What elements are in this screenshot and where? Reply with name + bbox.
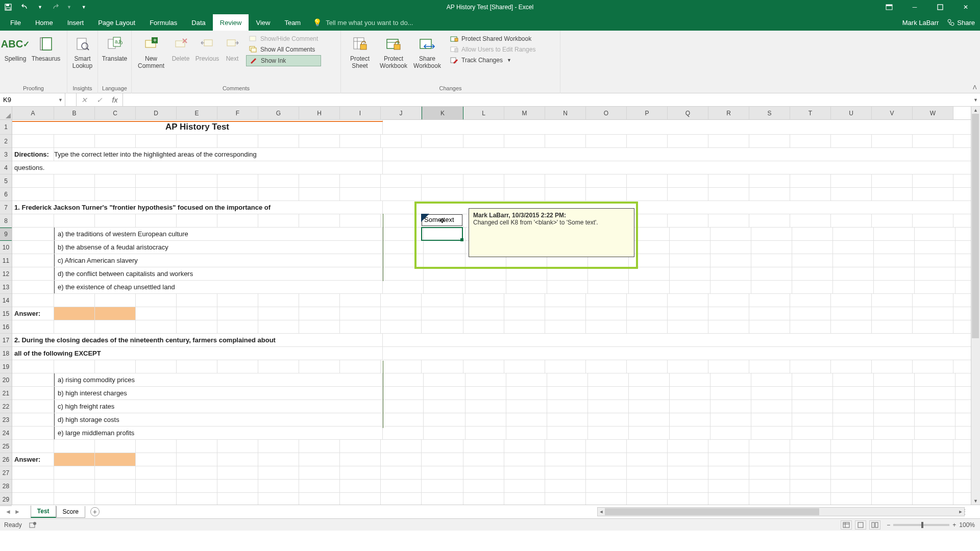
protect-workbook-button[interactable]: Protect Workbook bbox=[377, 34, 410, 69]
cell[interactable] bbox=[422, 320, 463, 333]
cell[interactable] bbox=[95, 480, 136, 492]
cell[interactable] bbox=[12, 174, 54, 187]
cell[interactable] bbox=[627, 174, 668, 187]
cell[interactable] bbox=[504, 480, 545, 492]
column-header[interactable]: D bbox=[136, 107, 177, 119]
cell[interactable] bbox=[831, 294, 872, 307]
column-header[interactable]: M bbox=[504, 107, 545, 119]
cell[interactable] bbox=[668, 188, 708, 201]
select-all-button[interactable] bbox=[0, 107, 12, 120]
cell[interactable] bbox=[506, 427, 547, 439]
cell[interactable] bbox=[831, 135, 872, 147]
cell[interactable] bbox=[381, 493, 422, 505]
cell[interactable] bbox=[627, 135, 668, 147]
cell[interactable] bbox=[54, 440, 95, 453]
cell[interactable] bbox=[504, 294, 545, 307]
cell[interactable] bbox=[629, 267, 670, 280]
row-header[interactable]: 7 bbox=[0, 201, 12, 214]
column-header[interactable]: B bbox=[54, 107, 95, 119]
cell[interactable] bbox=[915, 281, 955, 293]
cell[interactable] bbox=[383, 267, 424, 280]
cell[interactable] bbox=[874, 254, 915, 267]
cell[interactable] bbox=[627, 493, 668, 505]
column-header[interactable]: K bbox=[422, 107, 463, 119]
cell[interactable] bbox=[790, 294, 831, 307]
cell[interactable] bbox=[629, 281, 670, 293]
column-header[interactable]: A bbox=[12, 107, 54, 119]
cell[interactable] bbox=[833, 400, 874, 413]
cell[interactable] bbox=[627, 440, 668, 453]
cell[interactable] bbox=[217, 440, 258, 453]
cell[interactable] bbox=[422, 307, 463, 320]
cell[interactable]: e) large middleman profits bbox=[54, 427, 383, 439]
tell-me-search[interactable]: 💡 Tell me what you want to do... bbox=[313, 18, 413, 27]
cell[interactable] bbox=[136, 294, 177, 307]
cell[interactable] bbox=[463, 294, 504, 307]
cell[interactable] bbox=[915, 413, 955, 426]
cell[interactable] bbox=[383, 427, 424, 439]
cell[interactable] bbox=[12, 466, 54, 479]
cell[interactable] bbox=[833, 427, 874, 439]
column-header[interactable]: N bbox=[545, 107, 586, 119]
cell[interactable] bbox=[586, 493, 627, 505]
tab-view[interactable]: View bbox=[249, 14, 277, 31]
cell[interactable] bbox=[627, 480, 668, 492]
cell[interactable] bbox=[545, 174, 586, 187]
cell[interactable] bbox=[710, 281, 751, 293]
cell[interactable] bbox=[299, 294, 340, 307]
cell[interactable] bbox=[668, 214, 708, 227]
cell[interactable] bbox=[915, 267, 955, 280]
cell[interactable] bbox=[668, 174, 708, 187]
cell[interactable] bbox=[463, 135, 504, 147]
cell[interactable] bbox=[424, 241, 465, 254]
row-header[interactable]: 13 bbox=[0, 281, 12, 294]
cell[interactable] bbox=[751, 373, 792, 386]
column-header[interactable]: E bbox=[177, 107, 217, 119]
cell[interactable] bbox=[586, 480, 627, 492]
cell[interactable] bbox=[299, 135, 340, 147]
cell[interactable] bbox=[586, 453, 627, 466]
cell[interactable] bbox=[790, 174, 831, 187]
zoom-out-button[interactable]: − bbox=[887, 521, 890, 529]
cell[interactable] bbox=[627, 294, 668, 307]
cell[interactable] bbox=[708, 214, 749, 227]
cell[interactable] bbox=[95, 214, 136, 227]
cell[interactable] bbox=[299, 214, 340, 227]
cell[interactable] bbox=[177, 307, 217, 320]
cell[interactable] bbox=[670, 387, 710, 399]
cell[interactable] bbox=[506, 400, 547, 413]
cell[interactable] bbox=[874, 400, 915, 413]
column-header[interactable]: T bbox=[790, 107, 831, 119]
cell[interactable] bbox=[708, 440, 749, 453]
cell[interactable] bbox=[258, 188, 299, 201]
cell[interactable] bbox=[708, 188, 749, 201]
allow-users-edit-ranges-button[interactable]: Allow Users to Edit Ranges bbox=[447, 44, 538, 55]
new-sheet-button[interactable]: + bbox=[90, 507, 100, 516]
smart-lookup-button[interactable]: Smart Lookup bbox=[69, 34, 95, 69]
cell[interactable] bbox=[751, 267, 792, 280]
column-header[interactable]: H bbox=[299, 107, 340, 119]
cell[interactable] bbox=[790, 453, 831, 466]
cell[interactable] bbox=[547, 427, 588, 439]
cell[interactable] bbox=[627, 320, 668, 333]
cell[interactable] bbox=[872, 214, 913, 227]
cell[interactable] bbox=[54, 214, 95, 227]
cell[interactable] bbox=[668, 294, 708, 307]
cell[interactable] bbox=[670, 228, 710, 240]
cell[interactable]: Answer: bbox=[12, 307, 54, 320]
cell[interactable] bbox=[913, 440, 953, 453]
row-header[interactable]: 26 bbox=[0, 453, 12, 466]
cell[interactable] bbox=[177, 188, 217, 201]
cell[interactable] bbox=[629, 254, 670, 267]
cell[interactable] bbox=[831, 466, 872, 479]
cell[interactable] bbox=[831, 453, 872, 466]
cell[interactable] bbox=[913, 320, 953, 333]
cell[interactable] bbox=[177, 174, 217, 187]
cell[interactable] bbox=[12, 387, 54, 399]
cell[interactable] bbox=[12, 493, 54, 505]
cell[interactable] bbox=[95, 466, 136, 479]
cell[interactable] bbox=[792, 413, 833, 426]
cell[interactable] bbox=[586, 174, 627, 187]
cell[interactable] bbox=[872, 294, 913, 307]
cell[interactable] bbox=[340, 188, 381, 201]
